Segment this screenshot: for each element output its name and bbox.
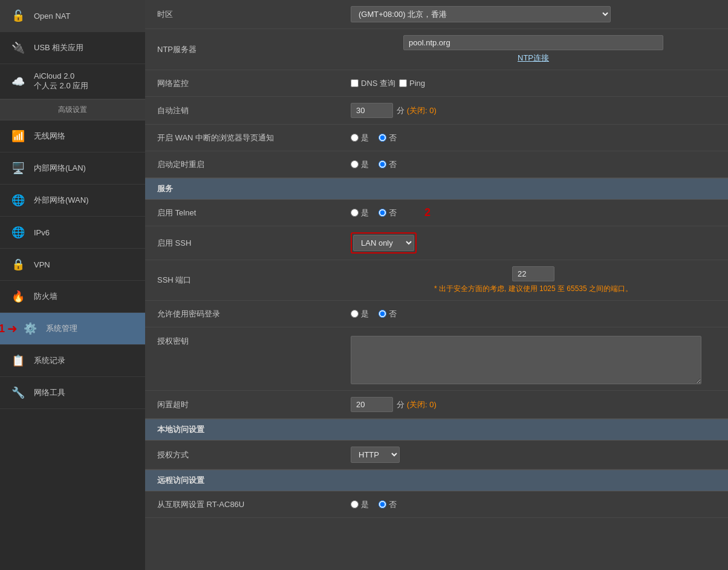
telnet-yes-label[interactable]: 是: [351, 208, 369, 218]
auto-logout-input[interactable]: [351, 103, 393, 118]
password-login-control: 是 否: [351, 309, 716, 319]
scheduled-reboot-no-label[interactable]: 否: [379, 159, 397, 170]
sidebar-item-sysadmin[interactable]: 1 ➜ ⚙️ 系统管理: [0, 313, 145, 345]
telnet-label: 启用 Telnet: [157, 208, 351, 218]
password-login-no-radio[interactable]: [379, 310, 386, 318]
ping-checkbox[interactable]: [399, 79, 407, 87]
firewall-icon: 🔥: [10, 288, 27, 305]
sidebar: 🔓 Open NAT 🔌 USB 相关应用 ☁️ AiCloud 2.0个人云 …: [0, 0, 145, 570]
remote-internet-no-radio[interactable]: [379, 500, 386, 508]
sidebar-item-label-ipv6: IPv6: [34, 228, 50, 237]
auth-method-select[interactable]: HTTP HTTPS Both: [351, 447, 400, 463]
telnet-no-label[interactable]: 否: [379, 208, 397, 218]
timezone-row: 时区 (GMT+08:00) 北京，香港: [145, 0, 728, 29]
password-login-yes-label[interactable]: 是: [351, 309, 369, 319]
sidebar-nav: 📶 无线网络 🖥️ 内部网络(LAN) 🌐 外部网络(WAN) 🌐 IPv6 🔒…: [0, 120, 145, 409]
remote-internet-yes-label[interactable]: 是: [351, 499, 369, 510]
auto-logout-control: 分 (关闭: 0): [351, 103, 716, 118]
local-access-section: 本地访问设置 授权方式 HTTP HTTPS Both: [145, 419, 728, 470]
telnet-row: 启用 Telnet 是 否 2: [145, 200, 728, 226]
sidebar-item-wan[interactable]: 🌐 外部网络(WAN): [0, 185, 145, 217]
remote-internet-no-label[interactable]: 否: [379, 499, 397, 510]
remote-internet-radio-group: 是 否: [351, 499, 397, 510]
scheduled-reboot-radio-group: 是 否: [351, 159, 397, 170]
sidebar-item-ipv6[interactable]: 🌐 IPv6: [0, 217, 145, 249]
sidebar-item-open-nat[interactable]: 🔓 Open NAT: [0, 0, 145, 32]
network-monitor-row: 网络监控 DNS 查询 Ping: [145, 70, 728, 97]
aicloud-icon: ☁️: [10, 73, 27, 90]
scheduled-reboot-control: 是 否: [351, 159, 716, 170]
sidebar-item-firewall[interactable]: 🔥 防火墙: [0, 281, 145, 313]
network-monitor-control: DNS 查询 Ping: [351, 78, 716, 89]
sidebar-section-header: 高级设置: [0, 100, 145, 120]
open-nat-icon: 🔓: [10, 7, 27, 24]
telnet-control: 是 否 2: [351, 206, 716, 219]
dns-query-checkbox[interactable]: [351, 79, 359, 87]
sidebar-item-lan[interactable]: 🖥️ 内部网络(LAN): [0, 152, 145, 185]
dns-query-label[interactable]: DNS 查询: [351, 78, 395, 89]
telnet-yes-radio[interactable]: [351, 209, 359, 217]
ntp-input[interactable]: [403, 35, 663, 50]
timezone-label: 时区: [157, 9, 351, 20]
sidebar-top-section: 🔓 Open NAT 🔌 USB 相关应用 ☁️ AiCloud 2.0个人云 …: [0, 0, 145, 100]
timezone-select[interactable]: (GMT+08:00) 北京，香港: [351, 6, 611, 22]
ssh-port-warning: * 出于安全方面的考虑, 建议使用 1025 至 65535 之间的端口。: [434, 284, 632, 294]
main-content: 时区 (GMT+08:00) 北京，香港 NTP服务器 NTP连接 网络监控 D…: [145, 0, 728, 570]
sidebar-item-usb-apps[interactable]: 🔌 USB 相关应用: [0, 32, 145, 64]
sidebar-item-aicloud[interactable]: ☁️ AiCloud 2.0个人云 2.0 应用: [0, 64, 145, 99]
ntp-label: NTP服务器: [157, 44, 351, 55]
idle-timeout-label: 闲置超时: [157, 399, 351, 410]
ntp-row: NTP服务器 NTP连接: [145, 29, 728, 70]
timezone-control: (GMT+08:00) 北京，香港: [351, 6, 716, 22]
remote-access-header: 远程访问设置: [145, 470, 728, 491]
scheduled-reboot-label: 启动定时重启: [157, 159, 351, 170]
sidebar-item-label-open-nat: Open NAT: [34, 11, 70, 21]
auth-method-row: 授权方式 HTTP HTTPS Both: [145, 441, 728, 470]
sysadmin-icon: ⚙️: [22, 320, 39, 337]
auth-method-control: HTTP HTTPS Both: [351, 447, 716, 463]
sidebar-item-label-wireless: 无线网络: [34, 131, 65, 142]
scheduled-reboot-no-radio[interactable]: [379, 160, 386, 168]
annotation-2: 2: [424, 206, 431, 219]
ntp-link[interactable]: NTP连接: [518, 53, 549, 64]
sidebar-item-label-aicloud: AiCloud 2.0个人云 2.0 应用: [34, 71, 88, 91]
auto-logout-off: (关闭: 0): [407, 106, 437, 115]
remote-internet-label: 从互联网设置 RT-AC86U: [157, 499, 351, 510]
sidebar-item-label-usb: USB 相关应用: [34, 42, 83, 53]
sidebar-item-vpn[interactable]: 🔒 VPN: [0, 249, 145, 281]
ping-label[interactable]: Ping: [399, 79, 425, 88]
password-login-yes-radio[interactable]: [351, 310, 359, 318]
scheduled-reboot-yes-radio[interactable]: [351, 160, 359, 168]
annotation-1: 1: [0, 323, 5, 335]
sidebar-item-wireless[interactable]: 📶 无线网络: [0, 120, 145, 152]
wan-interrupt-no-radio[interactable]: [379, 134, 386, 142]
password-login-row: 允许使用密码登录 是 否: [145, 301, 728, 327]
ssh-port-control: * 出于安全方面的考虑, 建议使用 1025 至 65535 之间的端口。: [351, 266, 716, 294]
remote-access-section: 远程访问设置 从互联网设置 RT-AC86U 是 否: [145, 470, 728, 518]
ssh-port-input[interactable]: [512, 266, 554, 281]
wan-interrupt-yes-label[interactable]: 是: [351, 133, 369, 143]
telnet-no-radio[interactable]: [379, 209, 386, 217]
wan-interrupt-yes-radio[interactable]: [351, 134, 359, 142]
ssh-select[interactable]: LAN only No LAN+WAN: [353, 235, 414, 251]
auth-method-label: 授权方式: [157, 450, 351, 460]
auto-logout-row: 自动注销 分 (关闭: 0): [145, 97, 728, 125]
sidebar-item-label-wan: 外部网络(WAN): [34, 195, 89, 206]
scheduled-reboot-yes-label[interactable]: 是: [351, 159, 369, 170]
auth-key-textarea[interactable]: [351, 336, 701, 384]
remote-internet-yes-radio[interactable]: [351, 500, 359, 508]
password-login-radio-group: 是 否: [351, 309, 397, 319]
wan-interrupt-no-label[interactable]: 否: [379, 133, 397, 143]
idle-timeout-control: 分 (关闭: 0): [351, 397, 716, 412]
wireless-icon: 📶: [10, 128, 27, 145]
remote-internet-row: 从互联网设置 RT-AC86U 是 否: [145, 491, 728, 518]
syslog-icon: 📋: [10, 352, 27, 369]
sidebar-item-syslog[interactable]: 📋 系统记录: [0, 345, 145, 377]
annotation-arrow-1: ➜: [7, 321, 18, 336]
sidebar-item-nettools[interactable]: 🔧 网络工具: [0, 377, 145, 409]
password-login-no-label[interactable]: 否: [379, 309, 397, 319]
ssh-port-row: SSH 端口 * 出于安全方面的考虑, 建议使用 1025 至 65535 之间…: [145, 260, 728, 301]
wan-icon: 🌐: [10, 192, 27, 209]
auto-logout-label: 自动注销: [157, 105, 351, 116]
idle-timeout-input[interactable]: [351, 397, 393, 412]
